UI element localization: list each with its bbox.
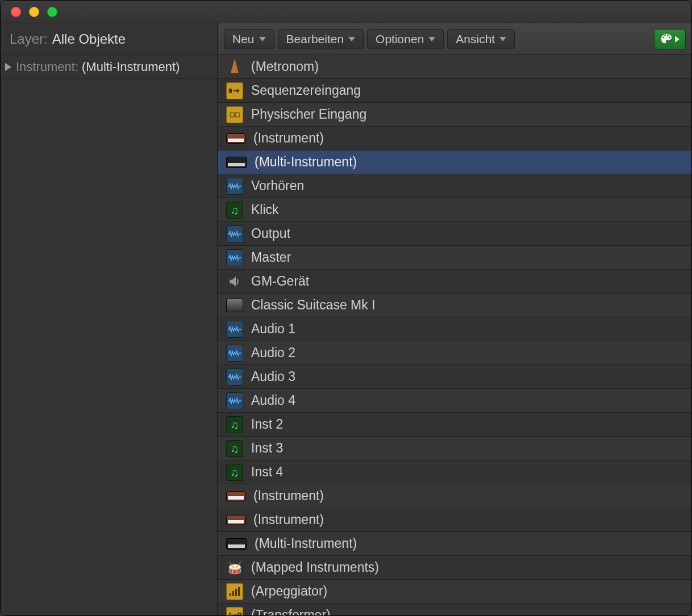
object-list[interactable]: (Metronom)Sequenzereingang⬚⬚Physischer E… [218, 55, 691, 615]
list-item-label: (Instrument) [253, 131, 324, 146]
chevron-down-icon [499, 37, 506, 41]
music-note-icon: ♫ [226, 202, 243, 219]
arpeggiator-icon [226, 583, 243, 600]
color-palette-button[interactable] [654, 29, 686, 49]
list-item[interactable]: 🥁(Mapped Instruments) [218, 556, 691, 580]
list-item-label: Audio 4 [251, 393, 295, 408]
list-item-label: (Metronom) [251, 59, 319, 74]
list-item[interactable]: Audio 1 [218, 317, 691, 341]
drum-kit-icon: 🥁 [226, 559, 243, 576]
svg-rect-0 [229, 89, 232, 93]
list-item[interactable]: Sequenzereingang [218, 79, 691, 103]
list-item[interactable]: Master [218, 246, 691, 270]
layer-selector[interactable]: Layer: Alle Objekte [1, 23, 218, 55]
palette-icon [660, 33, 673, 45]
chevron-down-icon [259, 37, 266, 41]
list-item-label: (Instrument) [253, 488, 324, 504]
list-item-label: (Instrument) [253, 512, 324, 527]
list-item[interactable]: ♫Klick [218, 198, 691, 222]
list-item-label: Inst 2 [251, 417, 283, 432]
options-menu-button[interactable]: Optionen [367, 29, 444, 49]
list-item-label: Master [251, 250, 291, 265]
audio-waveform-icon [226, 178, 243, 195]
list-item-label: (Multi-Instrument) [255, 536, 357, 551]
list-item-label: Inst 3 [251, 441, 283, 456]
toolbar: Neu Bearbeiten Optionen Ansicht [218, 23, 691, 55]
multi-instrument-icon [226, 538, 247, 550]
list-item[interactable]: A⇒B(Transformer) [218, 604, 691, 615]
environment-window: Layer: Alle Objekte Instrument: (Multi-I… [0, 0, 692, 616]
audio-waveform-icon [226, 392, 243, 409]
window-close-button[interactable] [11, 7, 21, 17]
audio-waveform-icon [226, 249, 243, 266]
edit-menu-button[interactable]: Bearbeiten [278, 29, 364, 49]
list-item[interactable]: (Multi-Instrument) [218, 532, 691, 556]
music-note-icon: ♫ [226, 464, 243, 481]
list-item[interactable]: (Instrument) [218, 484, 691, 508]
instrument-label: Instrument: [16, 60, 78, 74]
titlebar [1, 1, 691, 23]
instrument-disclosure-row[interactable]: Instrument: (Multi-Instrument) [1, 55, 218, 79]
keyboard-instrument-icon [226, 515, 245, 525]
list-item-label: (Arpeggiator) [251, 584, 327, 599]
chevron-down-icon [348, 37, 355, 41]
list-item[interactable]: ⬚⬚Physischer Eingang [218, 103, 691, 127]
list-item[interactable]: Classic Suitcase Mk I [218, 294, 691, 317]
chevron-down-icon [428, 37, 435, 41]
list-item-label: Physischer Eingang [251, 107, 366, 122]
list-item[interactable]: Vorhören [218, 174, 691, 198]
view-menu-button[interactable]: Ansicht [447, 29, 515, 49]
list-item-label: Output [251, 226, 290, 241]
list-item[interactable]: ♫Inst 3 [218, 437, 691, 460]
new-menu-label: Neu [232, 32, 255, 46]
window-maximize-button[interactable] [47, 7, 57, 17]
new-menu-button[interactable]: Neu [224, 29, 274, 49]
list-item[interactable]: (Multi-Instrument) [218, 150, 691, 174]
physical-input-icon: ⬚⬚ [226, 106, 243, 123]
list-item[interactable]: ♫Inst 2 [218, 413, 691, 437]
layer-label: Layer: [10, 31, 48, 47]
list-item[interactable]: ♫Inst 4 [218, 460, 691, 484]
list-item[interactable]: Audio 4 [218, 389, 691, 413]
layer-value: Alle Objekte [52, 31, 126, 47]
audio-waveform-icon [226, 368, 243, 385]
list-item[interactable]: (Arpeggiator) [218, 580, 691, 604]
list-item-label: Sequenzereingang [251, 83, 361, 98]
chevron-right-icon [675, 36, 680, 43]
list-item[interactable]: GM-Gerät [218, 270, 691, 294]
list-item[interactable]: Output [218, 222, 691, 246]
transformer-icon: A⇒B [226, 607, 243, 616]
list-item-label: Vorhören [251, 178, 304, 194]
inspector-sidebar: Layer: Alle Objekte Instrument: (Multi-I… [1, 23, 218, 615]
list-item-label: Classic Suitcase Mk I [251, 297, 376, 313]
list-item-label: (Mapped Instruments) [251, 560, 379, 575]
main-panel: Neu Bearbeiten Optionen Ansicht [218, 23, 691, 615]
list-item-label: Klick [251, 202, 279, 217]
content-area: Layer: Alle Objekte Instrument: (Multi-I… [1, 23, 691, 615]
options-menu-label: Optionen [376, 32, 424, 46]
list-item[interactable]: (Metronom) [218, 55, 691, 79]
multi-instrument-icon [226, 157, 247, 168]
audio-waveform-icon [226, 225, 243, 242]
keyboard-instrument-icon [226, 133, 245, 144]
disclosure-triangle-icon[interactable] [5, 63, 11, 71]
keyboard-instrument-icon [226, 491, 245, 501]
list-item-label: GM-Gerät [251, 274, 309, 289]
list-item[interactable]: (Instrument) [218, 127, 691, 150]
list-item-label: Audio 2 [251, 345, 295, 361]
audio-waveform-icon [226, 345, 243, 362]
list-item[interactable]: Audio 3 [218, 365, 691, 389]
window-traffic-lights [11, 7, 57, 17]
electric-piano-icon [226, 299, 243, 312]
view-menu-label: Ansicht [456, 32, 495, 46]
window-minimize-button[interactable] [29, 7, 39, 17]
list-item[interactable]: Audio 2 [218, 341, 691, 365]
list-item-label: Audio 3 [251, 369, 295, 384]
speaker-icon [226, 273, 243, 290]
metronome-icon [226, 58, 243, 76]
list-item[interactable]: (Instrument) [218, 508, 691, 532]
list-item-label: (Multi-Instrument) [255, 154, 357, 170]
list-item-label: Inst 4 [251, 464, 283, 480]
audio-waveform-icon [226, 321, 243, 338]
music-note-icon: ♫ [226, 440, 243, 457]
